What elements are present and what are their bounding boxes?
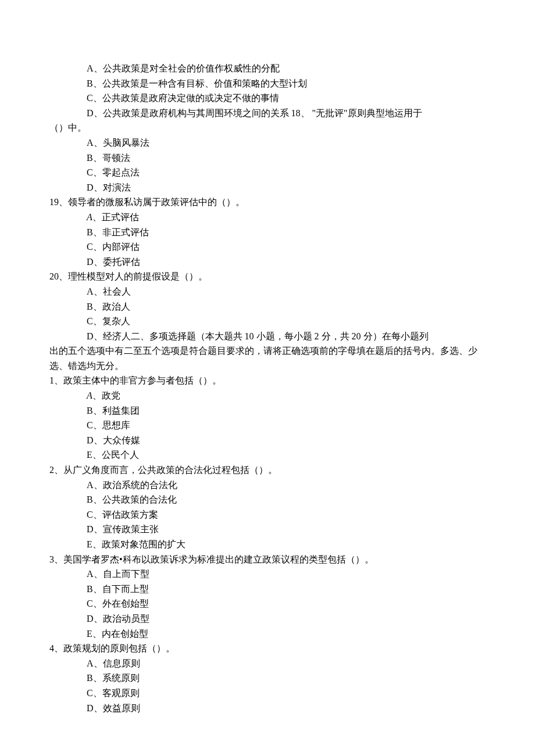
text-line: D、委托评估	[49, 255, 486, 270]
text-line: D、宣传政策主张	[49, 522, 486, 537]
text-line: C、内部评估	[49, 239, 486, 255]
text-line: D、公共政策是政府机构与其周围环境之间的关系 18、 "无批评"原则典型地运用于	[49, 106, 486, 121]
text-line: D、政治动员型	[49, 611, 486, 626]
text-line: 19、领导者的微服私访属于政策评估中的（）。	[49, 195, 486, 210]
text-line: A、自上而下型	[49, 567, 486, 582]
text-line: E、内在创始型	[49, 626, 486, 642]
text-line: A、政党	[49, 388, 486, 403]
text-line: C、复杂人	[49, 314, 486, 329]
text-line: B、自下而上型	[49, 582, 486, 597]
text-line: A、信息原则	[49, 656, 486, 671]
text-line: C、公共政策是政府决定做的或决定不做的事情	[49, 91, 486, 106]
text-line: B、哥顿法	[49, 151, 486, 166]
text-line: 20、理性模型对人的前提假设是（）。	[49, 269, 486, 284]
text-line: 出的五个选项中有二至五个选项是符合题目要求的，请将正确选项前的字母填在题后的括号…	[49, 343, 486, 373]
text-line: C、外在创始型	[49, 596, 486, 611]
text-line: A、正式评估	[49, 210, 486, 225]
text-line: D、大众传媒	[49, 433, 486, 448]
text-line: 4、政策规划的原则包括（）。	[49, 641, 486, 656]
text-line: B、利益集团	[49, 403, 486, 418]
text-line: C、零起点法	[49, 165, 486, 180]
text-line: （）中。	[49, 120, 486, 135]
text-line: C、思想库	[49, 418, 486, 433]
text-line: 3、美国学者罗杰•科布以政策诉求为标准提出的建立政策议程的类型包括（）。	[49, 552, 486, 567]
text-line: E、政策对象范围的扩大	[49, 537, 486, 552]
text-line: B、政治人	[49, 299, 486, 314]
text-line: A、社会人	[49, 284, 486, 299]
text-line: B、公共政策是一种含有目标、价值和策略的大型计划	[49, 76, 486, 91]
text-line: C、评估政策方案	[49, 507, 486, 522]
text-line: E、公民个人	[49, 447, 486, 463]
text-line: B、公共政策的合法化	[49, 492, 486, 507]
text-line: A、头脑风暴法	[49, 135, 486, 151]
text-line: D、经济人二、多项选择题（本大题共 10 小题，每小题 2 分，共 20 分）在…	[49, 329, 486, 344]
document-body: A、公共政策是对全社会的价值作权威性的分配B、公共政策是一种含有目标、价值和策略…	[49, 61, 486, 715]
text-line: A、公共政策是对全社会的价值作权威性的分配	[49, 61, 486, 76]
text-line: A、政治系统的合法化	[49, 478, 486, 493]
text-line: D、对演法	[49, 180, 486, 195]
text-line: 1、政策主体中的非官方参与者包括（）。	[49, 373, 486, 388]
text-line: D、效益原则	[49, 701, 486, 716]
text-line: 2、从广义角度而言，公共政策的合法化过程包括（）。	[49, 463, 486, 478]
text-line: B、非正式评估	[49, 225, 486, 240]
text-line: C、客观原则	[49, 686, 486, 701]
text-line: B、系统原则	[49, 671, 486, 686]
